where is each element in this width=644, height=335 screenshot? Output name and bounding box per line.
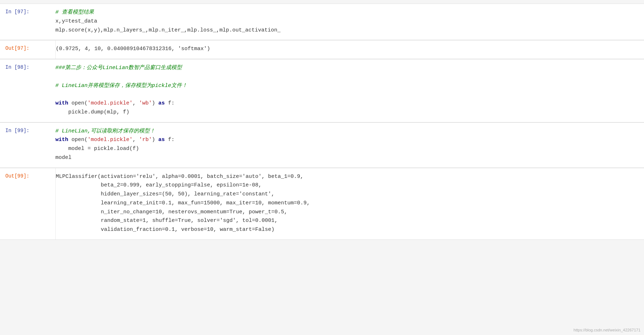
cell-label-cell-97: In [97]: — [0, 4, 55, 40]
cell-cell-99-out: Out[99]:MLPClassifier(activation='relu',… — [0, 168, 644, 239]
cell-cell-97-out: Out[97]:(0.9725, 4, 10, 0.04008910467831… — [0, 40, 644, 59]
code-token: # 查看模型结果 — [55, 9, 94, 15]
cell-label-cell-99-out: Out[99]: — [0, 168, 55, 239]
code-token: 'wb' — [139, 100, 152, 106]
code-token: ###第二步：公众号LineLian数智产品窗口生成模型 — [55, 65, 182, 71]
code-token: MLPClassifier(activation='relu', alpha=0… — [56, 174, 303, 180]
code-token: test_data — [68, 18, 97, 24]
code-token: model — [55, 155, 71, 161]
code-token: # LineLian,可以读取刚才保存的模型！ — [55, 128, 155, 134]
code-token: 'rb' — [139, 137, 152, 143]
cell-content-cell-99[interactable]: # LineLian,可以读取刚才保存的模型！ with open('model… — [55, 123, 644, 168]
code-token: pickle.dump(mlp, f) — [55, 109, 129, 115]
cell-cell-99: In [99]:# LineLian,可以读取刚才保存的模型！ with ope… — [0, 122, 644, 168]
code-token: hidden_layer_sizes=(50, 50), learning_ra… — [56, 191, 274, 197]
code-token: ) — [152, 137, 158, 143]
code-token: , — [133, 137, 139, 143]
cell-label-cell-97-out: Out[97]: — [0, 40, 55, 59]
code-token: model = pickle.load(f) — [55, 146, 139, 152]
code-token: x,y — [55, 18, 65, 24]
code-token: , — [133, 100, 139, 106]
code-token: 'model.pickle' — [88, 137, 133, 143]
code-token: (0.9725, 4, 10, 0.040089104678312316, 's… — [56, 46, 210, 52]
cell-label-cell-98: In [98]: — [0, 59, 55, 122]
code-token: as — [158, 100, 165, 106]
cell-content-cell-97[interactable]: # 查看模型结果 x,y=test_data mlp.score(x,y),ml… — [55, 4, 644, 40]
code-token: # LineLian并将模型保存，保存模型为pickle文件！ — [55, 83, 187, 89]
code-token: 'model.pickle' — [88, 100, 133, 106]
cell-content-cell-98[interactable]: ###第二步：公众号LineLian数智产品窗口生成模型 # LineLian并… — [55, 59, 644, 122]
code-token: validation_fraction=0.1, verbose=10, war… — [56, 227, 274, 233]
cell-content-cell-97-out: (0.9725, 4, 10, 0.040089104678312316, 's… — [55, 40, 644, 59]
code-token: beta_2=0.999, early_stopping=False, epsi… — [56, 182, 262, 188]
code-token: with — [55, 137, 68, 143]
notebook: In [97]:# 查看模型结果 x,y=test_data mlp.score… — [0, 0, 644, 335]
code-token: random_state=1, shuffle=True, solver='sg… — [56, 218, 278, 224]
code-token: f: — [165, 137, 174, 143]
cell-cell-97: In [97]:# 查看模型结果 x,y=test_data mlp.score… — [0, 4, 644, 40]
cell-content-cell-99-out: MLPClassifier(activation='relu', alpha=0… — [55, 168, 644, 239]
watermark: https://blog.csdn.net/weixin_42267171 — [574, 328, 640, 332]
code-token: mlp.score(x,y),mlp.n_layers_,mlp.n_iter_… — [55, 27, 281, 33]
code-token: f: — [165, 100, 174, 106]
code-token: = — [65, 18, 68, 24]
code-token: open( — [68, 137, 88, 143]
cell-cell-98: In [98]:###第二步：公众号LineLian数智产品窗口生成模型 # L… — [0, 59, 644, 122]
cell-label-cell-99: In [99]: — [0, 123, 55, 168]
code-token: n_iter_no_change=10, nesterovs_momentum=… — [56, 209, 287, 215]
code-token: learning_rate_init=0.1, max_fun=15000, m… — [56, 200, 310, 206]
code-token: open( — [68, 100, 88, 106]
code-token: ) — [152, 100, 158, 106]
code-token: as — [158, 137, 165, 143]
code-token: with — [55, 100, 68, 106]
